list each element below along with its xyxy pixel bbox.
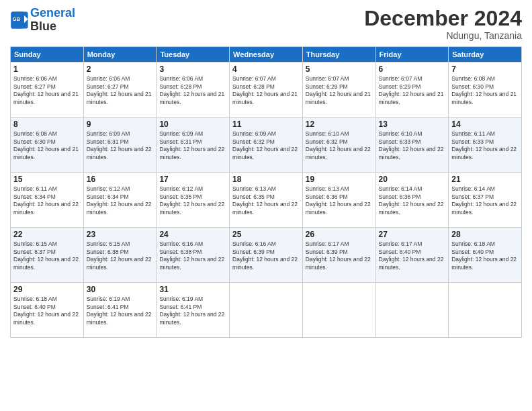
calendar-table: SundayMondayTuesdayWednesdayThursdayFrid… — [10, 46, 522, 338]
day-info: Sunrise: 6:07 AM Sunset: 6:28 PM Dayligh… — [232, 75, 300, 106]
logo: GB General Blue — [10, 7, 75, 34]
day-number: 9 — [87, 120, 154, 129]
day-number: 1 — [13, 64, 81, 74]
day-info: Sunrise: 6:13 AM Sunset: 6:36 PM Dayligh… — [306, 185, 373, 216]
day-info: Sunrise: 6:07 AM Sunset: 6:29 PM Dayligh… — [379, 75, 446, 106]
day-number: 6 — [379, 64, 446, 74]
calendar-cell: 31Sunrise: 6:19 AM Sunset: 6:41 PM Dayli… — [157, 283, 230, 338]
day-number: 22 — [13, 230, 81, 239]
calendar-cell — [302, 283, 375, 338]
calendar-cell: 26Sunrise: 6:17 AM Sunset: 6:39 PM Dayli… — [302, 228, 375, 283]
calendar-cell: 13Sunrise: 6:10 AM Sunset: 6:33 PM Dayli… — [375, 118, 449, 173]
day-number: 27 — [379, 230, 446, 239]
day-number: 13 — [379, 120, 446, 129]
calendar-cell: 3Sunrise: 6:06 AM Sunset: 6:28 PM Daylig… — [157, 62, 230, 118]
calendar-cell: 6Sunrise: 6:07 AM Sunset: 6:29 PM Daylig… — [375, 62, 449, 118]
day-info: Sunrise: 6:15 AM Sunset: 6:38 PM Dayligh… — [87, 240, 154, 271]
month-title: December 2024 — [364, 7, 522, 30]
day-number: 4 — [232, 64, 300, 74]
calendar-cell: 10Sunrise: 6:09 AM Sunset: 6:31 PM Dayli… — [157, 118, 230, 173]
day-number: 19 — [306, 175, 373, 184]
logo-text: General Blue — [30, 7, 75, 34]
header-day: Tuesday — [157, 47, 230, 62]
calendar-cell: 16Sunrise: 6:12 AM Sunset: 6:34 PM Dayli… — [83, 173, 157, 228]
day-number: 7 — [451, 64, 519, 74]
day-info: Sunrise: 6:08 AM Sunset: 6:30 PM Dayligh… — [13, 130, 81, 161]
logo-line1: General — [30, 6, 75, 19]
calendar-cell — [230, 283, 303, 338]
day-info: Sunrise: 6:19 AM Sunset: 6:41 PM Dayligh… — [87, 295, 154, 326]
day-info: Sunrise: 6:06 AM Sunset: 6:28 PM Dayligh… — [159, 75, 226, 106]
header-day: Thursday — [302, 47, 375, 62]
calendar-cell: 27Sunrise: 6:17 AM Sunset: 6:40 PM Dayli… — [375, 228, 449, 283]
day-number: 3 — [159, 64, 226, 74]
day-info: Sunrise: 6:09 AM Sunset: 6:31 PM Dayligh… — [159, 130, 226, 161]
calendar-row: 15Sunrise: 6:11 AM Sunset: 6:34 PM Dayli… — [11, 173, 522, 228]
calendar-cell — [375, 283, 449, 338]
day-info: Sunrise: 6:11 AM Sunset: 6:33 PM Dayligh… — [451, 130, 519, 161]
day-info: Sunrise: 6:15 AM Sunset: 6:37 PM Dayligh… — [13, 240, 81, 271]
day-number: 2 — [87, 64, 154, 74]
calendar-cell: 29Sunrise: 6:18 AM Sunset: 6:40 PM Dayli… — [11, 283, 84, 338]
calendar-cell: 25Sunrise: 6:16 AM Sunset: 6:39 PM Dayli… — [230, 228, 303, 283]
calendar-cell: 19Sunrise: 6:13 AM Sunset: 6:36 PM Dayli… — [302, 173, 375, 228]
day-number: 31 — [159, 285, 226, 294]
calendar-cell: 7Sunrise: 6:08 AM Sunset: 6:30 PM Daylig… — [449, 62, 522, 118]
header-day: Saturday — [449, 47, 522, 62]
day-info: Sunrise: 6:07 AM Sunset: 6:29 PM Dayligh… — [306, 75, 373, 106]
day-info: Sunrise: 6:19 AM Sunset: 6:41 PM Dayligh… — [159, 295, 226, 326]
day-number: 14 — [451, 120, 519, 129]
svg-text:GB: GB — [13, 16, 21, 22]
calendar-row: 8Sunrise: 6:08 AM Sunset: 6:30 PM Daylig… — [11, 118, 522, 173]
header-day: Monday — [83, 47, 157, 62]
day-info: Sunrise: 6:10 AM Sunset: 6:32 PM Dayligh… — [306, 130, 373, 161]
day-info: Sunrise: 6:14 AM Sunset: 6:37 PM Dayligh… — [451, 185, 519, 216]
day-number: 15 — [13, 175, 81, 184]
day-info: Sunrise: 6:18 AM Sunset: 6:40 PM Dayligh… — [451, 240, 519, 271]
day-info: Sunrise: 6:17 AM Sunset: 6:40 PM Dayligh… — [379, 240, 446, 271]
calendar-cell — [449, 283, 522, 338]
day-number: 17 — [159, 175, 226, 184]
calendar-cell: 9Sunrise: 6:09 AM Sunset: 6:31 PM Daylig… — [83, 118, 157, 173]
calendar-row: 22Sunrise: 6:15 AM Sunset: 6:37 PM Dayli… — [11, 228, 522, 283]
day-number: 20 — [379, 175, 446, 184]
day-number: 16 — [87, 175, 154, 184]
day-number: 25 — [232, 230, 300, 239]
day-info: Sunrise: 6:12 AM Sunset: 6:35 PM Dayligh… — [159, 185, 226, 216]
title-block: December 2024 Ndungu, Tanzania — [364, 7, 522, 41]
location: Ndungu, Tanzania — [364, 30, 522, 41]
day-info: Sunrise: 6:06 AM Sunset: 6:27 PM Dayligh… — [87, 75, 154, 106]
calendar-cell: 4Sunrise: 6:07 AM Sunset: 6:28 PM Daylig… — [230, 62, 303, 118]
day-info: Sunrise: 6:17 AM Sunset: 6:39 PM Dayligh… — [306, 240, 373, 271]
day-number: 8 — [13, 120, 81, 129]
day-number: 24 — [159, 230, 226, 239]
header-row: SundayMondayTuesdayWednesdayThursdayFrid… — [11, 47, 522, 62]
calendar-cell: 17Sunrise: 6:12 AM Sunset: 6:35 PM Dayli… — [157, 173, 230, 228]
day-info: Sunrise: 6:13 AM Sunset: 6:35 PM Dayligh… — [232, 185, 300, 216]
day-number: 21 — [451, 175, 519, 184]
calendar-cell: 8Sunrise: 6:08 AM Sunset: 6:30 PM Daylig… — [11, 118, 84, 173]
calendar-cell: 20Sunrise: 6:14 AM Sunset: 6:36 PM Dayli… — [375, 173, 449, 228]
day-number: 18 — [232, 175, 300, 184]
calendar-cell: 22Sunrise: 6:15 AM Sunset: 6:37 PM Dayli… — [11, 228, 84, 283]
header: GB General Blue December 2024 Ndungu, Ta… — [10, 7, 522, 41]
header-day: Sunday — [11, 47, 84, 62]
calendar-row: 29Sunrise: 6:18 AM Sunset: 6:40 PM Dayli… — [11, 283, 522, 338]
calendar-cell: 14Sunrise: 6:11 AM Sunset: 6:33 PM Dayli… — [449, 118, 522, 173]
calendar-cell: 11Sunrise: 6:09 AM Sunset: 6:32 PM Dayli… — [230, 118, 303, 173]
calendar-cell: 21Sunrise: 6:14 AM Sunset: 6:37 PM Dayli… — [449, 173, 522, 228]
day-info: Sunrise: 6:11 AM Sunset: 6:34 PM Dayligh… — [13, 185, 81, 216]
header-day: Wednesday — [230, 47, 303, 62]
day-info: Sunrise: 6:16 AM Sunset: 6:38 PM Dayligh… — [159, 240, 226, 271]
calendar-cell: 5Sunrise: 6:07 AM Sunset: 6:29 PM Daylig… — [302, 62, 375, 118]
calendar-cell: 15Sunrise: 6:11 AM Sunset: 6:34 PM Dayli… — [11, 173, 84, 228]
header-day: Friday — [375, 47, 449, 62]
calendar-cell: 18Sunrise: 6:13 AM Sunset: 6:35 PM Dayli… — [230, 173, 303, 228]
calendar-cell: 12Sunrise: 6:10 AM Sunset: 6:32 PM Dayli… — [302, 118, 375, 173]
logo-icon: GB — [10, 11, 29, 30]
calendar-cell: 2Sunrise: 6:06 AM Sunset: 6:27 PM Daylig… — [83, 62, 157, 118]
day-number: 29 — [13, 285, 81, 294]
day-number: 12 — [306, 120, 373, 129]
day-info: Sunrise: 6:09 AM Sunset: 6:31 PM Dayligh… — [87, 130, 154, 161]
calendar-cell: 1Sunrise: 6:06 AM Sunset: 6:27 PM Daylig… — [11, 62, 84, 118]
